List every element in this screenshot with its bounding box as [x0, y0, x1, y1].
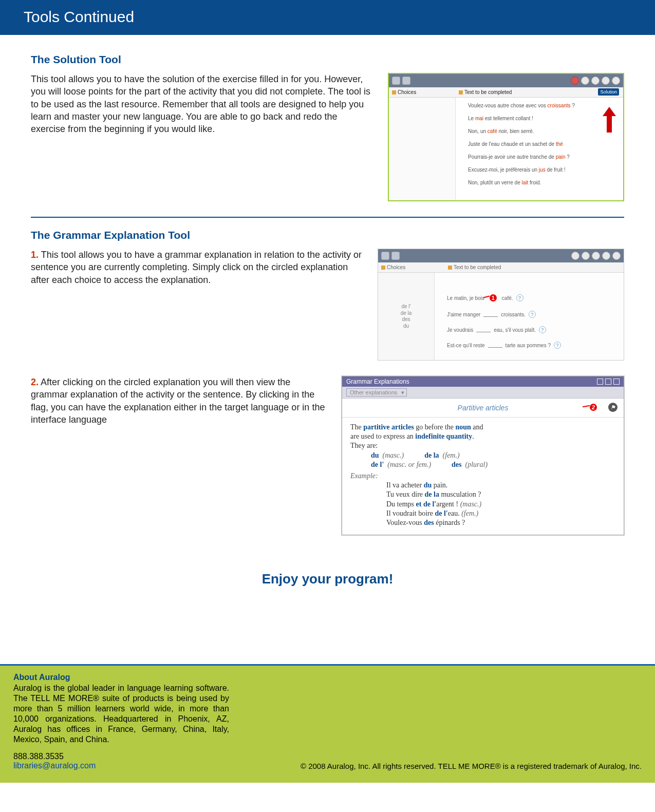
section-heading-solution: The Solution Tool [31, 53, 624, 66]
about-body: Auralog is the global leader in language… [13, 683, 229, 745]
text-to-complete-label: Text to be completed [464, 89, 512, 95]
page-title: Tools Continued [24, 8, 134, 25]
flag-icon: ⚑ [608, 403, 617, 412]
completed-text-panel: Voulez-vous autre chose avec vos croissa… [456, 98, 623, 200]
contact-phone: 888.388.3535 [13, 752, 229, 761]
about-auralog: About Auralog Auralog is the global lead… [13, 673, 229, 770]
bullet-icon [381, 266, 385, 270]
fill-text-panel: Le matin, je bois 1 café. ? J'aime mange… [435, 273, 624, 360]
closing-message: Enjoy your program! [31, 571, 624, 587]
explanation-subject: Partitive articles 2 ⚑ [342, 399, 624, 418]
choice-option: de la [401, 310, 412, 317]
grammar-step2-text: 2. After clicking on the circled explana… [31, 376, 326, 426]
copyright-text: © 2008 Auralog, Inc. All rights reserved… [245, 762, 642, 770]
contact-info: 888.388.3535 libraries@auralog.com [13, 752, 229, 770]
topbar-button [391, 252, 400, 260]
choices-panel [389, 98, 456, 200]
choices-label: Choices [398, 89, 416, 95]
callout-1-icon: 1 [489, 293, 498, 303]
bullet-icon [392, 90, 396, 95]
topbar-button [402, 77, 410, 85]
topbar-round-button [612, 77, 620, 85]
choice-option: de l' [401, 304, 410, 310]
app-topbar [378, 249, 624, 262]
topbar-button [381, 252, 389, 260]
section-grammar-tool: The Grammar Explanation Tool 1. This too… [31, 229, 624, 535]
about-title: About Auralog [13, 673, 229, 682]
explanation-icon: ? [516, 294, 523, 301]
topbar-round-button [581, 77, 589, 85]
grammar-step1-text: 1. This tool allows you to have a gramma… [31, 249, 362, 286]
topbar-button [392, 77, 400, 85]
callout-2-icon: 2 [589, 403, 598, 412]
window-button [605, 379, 611, 385]
window-title: Grammar Explanations [346, 378, 409, 385]
contact-email-link[interactable]: libraries@auralog.com [13, 761, 96, 770]
record-icon [571, 77, 579, 85]
topbar-round-button [592, 252, 600, 260]
solution-tool-body: This tool allows you to have the solutio… [31, 73, 372, 135]
choice-option: du [403, 323, 409, 330]
explanation-icon: ? [529, 311, 536, 318]
step-number: 2. [31, 377, 39, 387]
screenshot-solution-tool: Solution Choices Text to be completed Vo… [388, 73, 624, 201]
choice-option: des [402, 316, 410, 323]
step-number: 1. [31, 250, 39, 260]
page-footer: About Auralog Auralog is the global lead… [0, 666, 655, 783]
screenshot-grammar-activity: Choices Text to be completed de l' de la… [378, 249, 624, 361]
topbar-round-button [582, 252, 590, 260]
bullet-icon [459, 90, 463, 95]
section-solution-tool: The Solution Tool This tool allows you t… [31, 53, 624, 201]
bullet-icon [448, 266, 452, 270]
section-heading-grammar: The Grammar Explanation Tool [31, 229, 624, 241]
up-arrow-icon [603, 107, 616, 133]
window-button [597, 379, 603, 385]
window-button [613, 379, 620, 385]
app-topbar [389, 74, 623, 87]
choices-panel: de l' de la des du [378, 273, 435, 360]
text-to-complete-label: Text to be completed [454, 265, 501, 270]
explanation-icon: ? [539, 326, 546, 333]
page-header: Tools Continued [0, 0, 655, 35]
topbar-round-button [571, 252, 579, 260]
explanation-icon: ? [554, 342, 561, 349]
solution-tooltip: Solution [598, 88, 619, 96]
explanations-dropdown: Other explanations [346, 388, 407, 396]
explanation-body: The partitive articles go before the nou… [342, 418, 624, 535]
topbar-round-button [612, 252, 621, 260]
main-content: The Solution Tool This tool allows you t… [0, 35, 655, 587]
topbar-round-button [591, 77, 600, 85]
window-toolbar: Other explanations [342, 387, 624, 399]
section-divider [31, 217, 624, 218]
topbar-round-button [602, 77, 610, 85]
screenshot-grammar-explanation: Grammar Explanations Other explanations … [342, 376, 624, 535]
choices-label: Choices [387, 265, 405, 270]
window-titlebar: Grammar Explanations [342, 376, 624, 387]
topbar-round-button [602, 252, 610, 260]
